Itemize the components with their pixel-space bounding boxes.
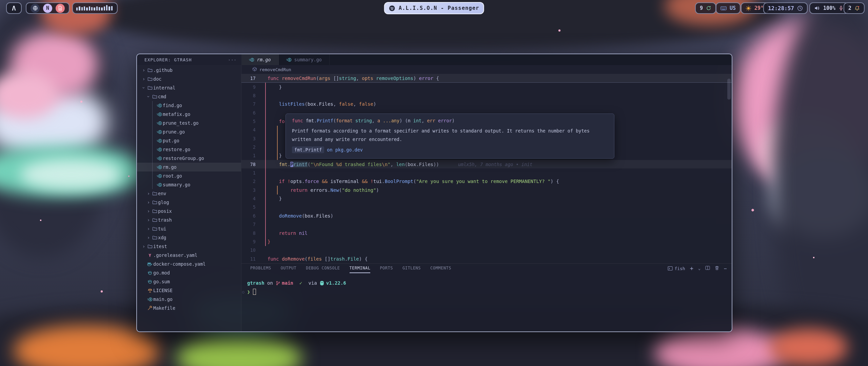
panel-tab-output[interactable]: OUTPUT — [281, 264, 296, 273]
shell-selector[interactable]: fish — [668, 266, 685, 271]
new-terminal-button[interactable]: + — [690, 265, 693, 272]
explorer-item-Makefile[interactable]: Makefile — [137, 304, 241, 312]
explorer-item-restore.go[interactable]: Grestore.go — [137, 145, 241, 154]
line-number[interactable]: 8 — [241, 93, 260, 98]
browser-app-icon[interactable] — [31, 4, 40, 13]
keyboard-layout-widget[interactable]: US — [716, 2, 741, 14]
media-player-widget[interactable]: A.L.I.S.O.N - Passenger — [384, 2, 484, 14]
notifications-widget[interactable]: 2 — [844, 2, 865, 14]
line-number[interactable]: 6 — [241, 110, 260, 116]
explorer-item-itest[interactable]: ›itest — [137, 242, 241, 251]
updates-widget[interactable]: 9 — [695, 2, 716, 14]
explorer-item-xdg[interactable]: ›xdg — [137, 233, 241, 242]
code-line[interactable]: 6 doRemove(box.Files) — [241, 211, 732, 220]
line-number[interactable]: 4 — [241, 127, 260, 133]
kill-terminal-button[interactable] — [715, 266, 719, 271]
explorer-item-root.go[interactable]: Groot.go — [137, 171, 241, 180]
code-line[interactable]: 1 — [241, 168, 732, 177]
code-lines[interactable]: 9 }87 listFiles(box.Files, false, false)… — [241, 83, 732, 263]
line-number[interactable]: 8 — [241, 230, 260, 236]
tree-chevron-icon[interactable]: › — [141, 67, 146, 73]
code-line[interactable]: 10 — [241, 246, 732, 255]
code-line[interactable]: 9} — [241, 237, 732, 246]
clock-widget[interactable]: 12:28:57 — [763, 2, 808, 14]
tree-chevron-icon[interactable]: › — [141, 76, 146, 82]
editor-tab-rm.go[interactable]: Grm.go — [241, 54, 279, 65]
sticky-scroll-line[interactable]: 17func removeCmdRun(args []string, opts … — [241, 74, 732, 83]
line-number[interactable]: 10 — [241, 247, 260, 253]
explorer-item-.goreleaser.yaml[interactable]: Y.goreleaser.yaml — [137, 251, 241, 260]
breadcrumb[interactable]: removeCmdRun — [241, 65, 732, 74]
documents-app-icon[interactable] — [56, 4, 65, 13]
panel-tab-gitlens[interactable]: GITLENS — [402, 264, 421, 273]
tree-chevron-icon[interactable]: › — [141, 244, 146, 249]
line-number[interactable]: 3 — [241, 187, 260, 193]
explorer-item-prune_test.go[interactable]: Gprune_test.go — [137, 119, 241, 127]
explorer-item-internal[interactable]: ›internal — [137, 83, 241, 92]
explorer-item-put.go[interactable]: Gput.go — [137, 136, 241, 145]
tree-chevron-icon[interactable]: › — [146, 94, 151, 99]
explorer-item-go.sum[interactable]: go.sum — [137, 277, 241, 286]
code-line[interactable]: 8 — [241, 91, 732, 100]
code-line[interactable]: 2 if !opts.force && isTerminal && !tui.B… — [241, 177, 732, 186]
explorer-item-go.mod[interactable]: go.mod — [137, 268, 241, 277]
line-number[interactable]: 7 — [241, 222, 260, 227]
editor-tab-summary.go[interactable]: Gsummary.go — [279, 54, 330, 65]
split-terminal-button[interactable] — [705, 266, 710, 271]
panel-tab-terminal[interactable]: TERMINAL — [350, 264, 371, 273]
line-number[interactable]: 4 — [241, 196, 260, 201]
explorer-item-metafix.go[interactable]: Gmetafix.go — [137, 110, 241, 119]
explorer-item-tui[interactable]: ›tui — [137, 224, 241, 233]
pkg-go-dev-link[interactable]: on pkg.go.dev — [327, 147, 363, 152]
explorer-item-cmd[interactable]: ›cmd — [137, 92, 241, 101]
explorer-item-main.go[interactable]: Gmain.go — [137, 295, 241, 304]
launcher-button[interactable]: Λ — [6, 2, 22, 14]
tree-chevron-icon[interactable]: › — [146, 217, 151, 223]
line-number[interactable]: 5 — [241, 204, 260, 210]
code-line[interactable]: 9 } — [241, 83, 732, 91]
tree-chevron-icon[interactable]: › — [141, 85, 146, 90]
panel-tab-comments[interactable]: COMMENTS — [430, 264, 451, 273]
explorer-item-prune.go[interactable]: Gprune.go — [137, 127, 241, 136]
explorer-item-.github[interactable]: ›.github — [137, 66, 241, 75]
code-line[interactable]: 5 — [241, 203, 732, 211]
code-line[interactable]: 8 return nil — [241, 229, 732, 237]
code-line[interactable]: 11func doRemove(files []trash.File) { — [241, 255, 732, 263]
explorer-item-env[interactable]: ›env — [137, 189, 241, 198]
code-line[interactable]: 7 — [241, 220, 732, 229]
explorer-item-summary.go[interactable]: Gsummary.go — [137, 180, 241, 189]
line-number[interactable]: 7 — [241, 101, 260, 107]
explorer-item-doc[interactable]: ›doc — [137, 75, 241, 83]
explorer-item-glog[interactable]: ›glog — [137, 198, 241, 207]
explorer-item-LICENSE[interactable]: LICENSE — [137, 286, 241, 295]
line-number[interactable]: 9 — [241, 239, 260, 244]
line-number[interactable]: 78 — [241, 162, 260, 167]
panel-tab-debug-console[interactable]: DEBUG CONSOLE — [306, 264, 340, 273]
panel-tab-problems[interactable]: PROBLEMS — [250, 264, 271, 273]
panel-more-actions-button[interactable]: ⋯ — [724, 266, 727, 271]
line-number[interactable]: 1 — [241, 153, 260, 158]
line-number[interactable]: 11 — [241, 256, 260, 262]
explorer-more-actions-button[interactable]: ··· — [228, 57, 237, 62]
explorer-item-rm.go[interactable]: Grm.go — [137, 163, 241, 171]
line-number[interactable]: 1 — [241, 170, 260, 176]
line-number[interactable]: 3 — [241, 136, 260, 141]
notes-app-icon[interactable]: N — [43, 4, 52, 13]
terminal[interactable]: gtrash on main ✓ via v1.22.6 ○ ❯ — [241, 273, 732, 296]
audio-widget[interactable]: 100% — [809, 2, 848, 14]
line-number[interactable]: 9 — [241, 84, 260, 90]
tree-chevron-icon[interactable]: › — [146, 208, 151, 214]
tree-chevron-icon[interactable]: › — [146, 235, 151, 240]
line-number[interactable]: 2 — [241, 144, 260, 150]
terminal-dropdown-chevron-icon[interactable]: ⌄ — [698, 266, 701, 271]
explorer-item-find.go[interactable]: Gfind.go — [137, 101, 241, 110]
terminal-input-line[interactable]: ○ ❯ — [247, 287, 732, 296]
editor-area[interactable]: removeCmdRun 17func removeCmdRun(args []… — [241, 65, 732, 331]
tree-chevron-icon[interactable]: › — [146, 200, 151, 205]
line-number[interactable]: 6 — [241, 213, 260, 219]
code-line[interactable]: 4 } — [241, 194, 732, 203]
explorer-item-docker-compose.yaml[interactable]: docker-compose.yaml — [137, 260, 241, 268]
explorer-item-posix[interactable]: ›posix — [137, 207, 241, 216]
explorer-item-restoreGroup.go[interactable]: GrestoreGroup.go — [137, 154, 241, 163]
code-line[interactable]: 7 listFiles(box.Files, false, false) — [241, 100, 732, 108]
